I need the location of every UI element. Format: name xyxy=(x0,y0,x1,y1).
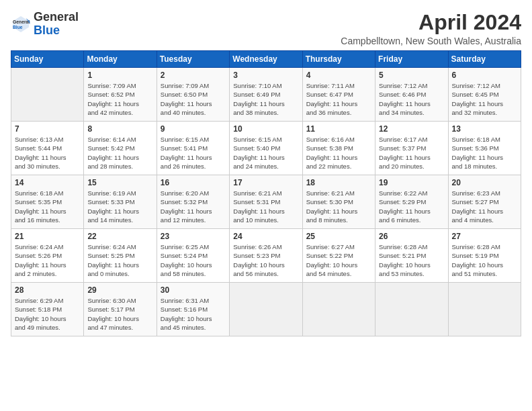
day-number: 5 xyxy=(379,71,444,80)
day-number: 11 xyxy=(306,124,371,134)
calendar-cell: 21Sunrise: 6:24 AMSunset: 5:26 PMDayligh… xyxy=(11,229,84,283)
day-number: 24 xyxy=(233,232,298,241)
calendar-body: 1Sunrise: 7:09 AMSunset: 6:52 PMDaylight… xyxy=(11,68,521,336)
day-number: 20 xyxy=(452,178,517,187)
day-number: 23 xyxy=(161,232,226,241)
header-day-saturday: Saturday xyxy=(448,51,521,68)
cell-content: Sunrise: 6:18 AMSunset: 5:36 PMDaylight:… xyxy=(452,135,517,171)
week-row-1: 1Sunrise: 7:09 AMSunset: 6:52 PMDaylight… xyxy=(11,68,521,122)
cell-content: Sunrise: 6:16 AMSunset: 5:38 PMDaylight:… xyxy=(306,135,371,171)
cell-content: Sunrise: 6:24 AMSunset: 5:26 PMDaylight:… xyxy=(15,242,80,278)
calendar-cell: 11Sunrise: 6:16 AMSunset: 5:38 PMDayligh… xyxy=(302,122,375,175)
day-number: 13 xyxy=(452,124,517,134)
cell-content: Sunrise: 7:12 AMSunset: 6:45 PMDaylight:… xyxy=(452,81,517,117)
header-day-wednesday: Wednesday xyxy=(230,51,302,68)
calendar-cell: 19Sunrise: 6:22 AMSunset: 5:29 PMDayligh… xyxy=(375,175,448,229)
page-header: General Blue General Blue April 2024 Cam… xyxy=(11,11,521,46)
cell-content: Sunrise: 6:28 AMSunset: 5:21 PMDaylight:… xyxy=(379,242,444,278)
calendar-cell: 28Sunrise: 6:29 AMSunset: 5:18 PMDayligh… xyxy=(11,283,84,336)
calendar-cell: 14Sunrise: 6:18 AMSunset: 5:35 PMDayligh… xyxy=(11,175,84,229)
day-number: 8 xyxy=(87,124,152,134)
calendar-cell: 2Sunrise: 7:09 AMSunset: 6:50 PMDaylight… xyxy=(157,68,229,122)
cell-content: Sunrise: 6:22 AMSunset: 5:29 PMDaylight:… xyxy=(379,189,444,224)
calendar-table: SundayMondayTuesdayWednesdayThursdayFrid… xyxy=(11,50,521,336)
day-number: 6 xyxy=(452,71,517,80)
calendar-cell: 7Sunrise: 6:13 AMSunset: 5:44 PMDaylight… xyxy=(11,122,84,175)
cell-content: Sunrise: 7:09 AMSunset: 6:52 PMDaylight:… xyxy=(87,81,152,117)
svg-text:Blue: Blue xyxy=(13,25,23,30)
calendar-cell xyxy=(11,68,84,122)
day-number: 18 xyxy=(306,178,371,187)
day-number: 1 xyxy=(87,71,152,80)
cell-content: Sunrise: 6:24 AMSunset: 5:25 PMDaylight:… xyxy=(87,242,152,278)
logo-general: General xyxy=(34,10,79,24)
cell-content: Sunrise: 6:27 AMSunset: 5:22 PMDaylight:… xyxy=(306,242,371,278)
month-title: April 2024 xyxy=(341,11,521,34)
day-number: 21 xyxy=(15,232,80,241)
day-number: 14 xyxy=(15,178,80,187)
cell-content: Sunrise: 7:11 AMSunset: 6:47 PMDaylight:… xyxy=(306,81,371,117)
cell-content: Sunrise: 6:20 AMSunset: 5:32 PMDaylight:… xyxy=(161,189,226,224)
week-row-4: 21Sunrise: 6:24 AMSunset: 5:26 PMDayligh… xyxy=(11,229,521,283)
cell-content: Sunrise: 6:28 AMSunset: 5:19 PMDaylight:… xyxy=(452,242,517,278)
header-day-tuesday: Tuesday xyxy=(157,51,229,68)
cell-content: Sunrise: 6:19 AMSunset: 5:33 PMDaylight:… xyxy=(87,189,152,224)
cell-content: Sunrise: 7:12 AMSunset: 6:46 PMDaylight:… xyxy=(379,81,444,117)
calendar-cell: 22Sunrise: 6:24 AMSunset: 5:25 PMDayligh… xyxy=(84,229,157,283)
calendar-cell: 23Sunrise: 6:25 AMSunset: 5:24 PMDayligh… xyxy=(157,229,229,283)
cell-content: Sunrise: 6:25 AMSunset: 5:24 PMDaylight:… xyxy=(161,242,226,278)
calendar-header: SundayMondayTuesdayWednesdayThursdayFrid… xyxy=(11,51,521,68)
calendar-cell: 5Sunrise: 7:12 AMSunset: 6:46 PMDaylight… xyxy=(375,68,448,122)
title-block: April 2024 Campbelltown, New South Wales… xyxy=(341,11,521,46)
header-day-thursday: Thursday xyxy=(302,51,375,68)
day-number: 10 xyxy=(233,124,298,134)
calendar-cell: 25Sunrise: 6:27 AMSunset: 5:22 PMDayligh… xyxy=(302,229,375,283)
calendar-cell: 24Sunrise: 6:26 AMSunset: 5:23 PMDayligh… xyxy=(230,229,302,283)
calendar-cell: 4Sunrise: 7:11 AMSunset: 6:47 PMDaylight… xyxy=(302,68,375,122)
header-row: SundayMondayTuesdayWednesdayThursdayFrid… xyxy=(11,51,521,68)
day-number: 27 xyxy=(452,232,517,241)
cell-content: Sunrise: 6:31 AMSunset: 5:16 PMDaylight:… xyxy=(161,296,226,332)
day-number: 16 xyxy=(161,178,226,187)
cell-content: Sunrise: 6:18 AMSunset: 5:35 PMDaylight:… xyxy=(15,189,80,224)
calendar-cell xyxy=(230,283,302,336)
day-number: 2 xyxy=(161,71,226,80)
calendar-cell xyxy=(448,283,521,336)
calendar-cell xyxy=(302,283,375,336)
day-number: 25 xyxy=(306,232,371,241)
calendar-cell: 6Sunrise: 7:12 AMSunset: 6:45 PMDaylight… xyxy=(448,68,521,122)
calendar-cell xyxy=(375,283,448,336)
week-row-2: 7Sunrise: 6:13 AMSunset: 5:44 PMDaylight… xyxy=(11,122,521,175)
day-number: 12 xyxy=(379,124,444,134)
calendar-cell: 8Sunrise: 6:14 AMSunset: 5:42 PMDaylight… xyxy=(84,122,157,175)
logo: General Blue General Blue xyxy=(11,11,79,38)
cell-content: Sunrise: 6:14 AMSunset: 5:42 PMDaylight:… xyxy=(87,135,152,171)
logo-blue: Blue xyxy=(34,24,60,37)
day-number: 28 xyxy=(15,285,80,295)
day-number: 30 xyxy=(161,285,226,295)
header-day-friday: Friday xyxy=(375,51,448,68)
calendar-cell: 20Sunrise: 6:23 AMSunset: 5:27 PMDayligh… xyxy=(448,175,521,229)
calendar-cell: 1Sunrise: 7:09 AMSunset: 6:52 PMDaylight… xyxy=(84,68,157,122)
week-row-3: 14Sunrise: 6:18 AMSunset: 5:35 PMDayligh… xyxy=(11,175,521,229)
calendar-cell: 15Sunrise: 6:19 AMSunset: 5:33 PMDayligh… xyxy=(84,175,157,229)
calendar-cell: 10Sunrise: 6:15 AMSunset: 5:40 PMDayligh… xyxy=(230,122,302,175)
day-number: 3 xyxy=(233,71,298,80)
cell-content: Sunrise: 6:15 AMSunset: 5:40 PMDaylight:… xyxy=(233,135,298,171)
logo-icon: General Blue xyxy=(11,14,31,34)
day-number: 17 xyxy=(233,178,298,187)
calendar-cell: 27Sunrise: 6:28 AMSunset: 5:19 PMDayligh… xyxy=(448,229,521,283)
calendar-cell: 13Sunrise: 6:18 AMSunset: 5:36 PMDayligh… xyxy=(448,122,521,175)
day-number: 22 xyxy=(87,232,152,241)
cell-content: Sunrise: 6:15 AMSunset: 5:41 PMDaylight:… xyxy=(161,135,226,171)
cell-content: Sunrise: 6:13 AMSunset: 5:44 PMDaylight:… xyxy=(15,135,80,171)
week-row-5: 28Sunrise: 6:29 AMSunset: 5:18 PMDayligh… xyxy=(11,283,521,336)
cell-content: Sunrise: 6:17 AMSunset: 5:37 PMDaylight:… xyxy=(379,135,444,171)
cell-content: Sunrise: 6:21 AMSunset: 5:30 PMDaylight:… xyxy=(306,189,371,224)
cell-content: Sunrise: 7:10 AMSunset: 6:49 PMDaylight:… xyxy=(233,81,298,117)
cell-content: Sunrise: 6:23 AMSunset: 5:27 PMDaylight:… xyxy=(452,189,517,224)
calendar-cell: 3Sunrise: 7:10 AMSunset: 6:49 PMDaylight… xyxy=(230,68,302,122)
day-number: 15 xyxy=(87,178,152,187)
calendar-cell: 16Sunrise: 6:20 AMSunset: 5:32 PMDayligh… xyxy=(157,175,229,229)
calendar-cell: 29Sunrise: 6:30 AMSunset: 5:17 PMDayligh… xyxy=(84,283,157,336)
